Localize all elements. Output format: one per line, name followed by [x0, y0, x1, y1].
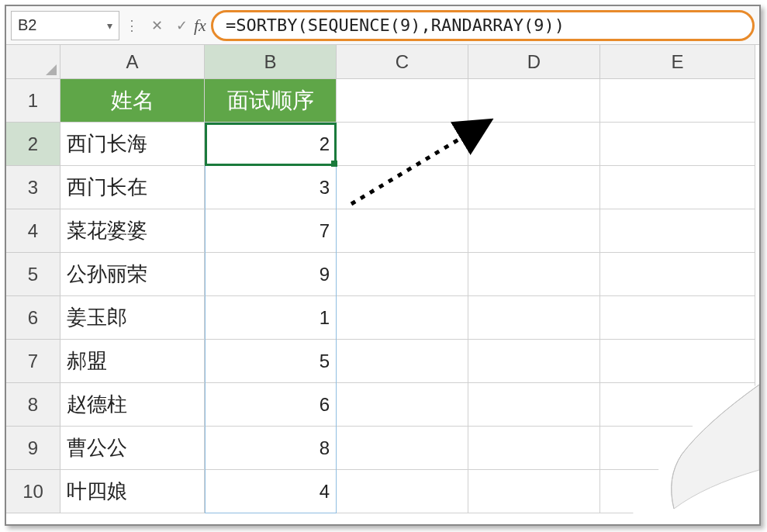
cell[interactable]	[337, 296, 468, 340]
fx-icon[interactable]: fx	[194, 16, 206, 36]
cell[interactable]	[337, 340, 468, 383]
cell[interactable]	[600, 209, 755, 253]
cell-order[interactable]: 4	[205, 470, 337, 513]
enter-icon[interactable]: ✓	[169, 11, 194, 40]
cell[interactable]	[337, 79, 468, 123]
cell[interactable]	[600, 296, 755, 340]
formula-bar: B2 ▾ ⋮ ✕ ✓ fx =SORTBY(SEQUENCE(9),RANDAR…	[6, 6, 759, 45]
cell[interactable]	[337, 427, 468, 470]
col-header-E[interactable]: E	[600, 45, 755, 79]
row-header-3[interactable]: 3	[6, 166, 60, 209]
cell[interactable]	[600, 166, 755, 209]
cell[interactable]	[600, 470, 755, 513]
cell[interactable]	[337, 383, 468, 427]
row-header-6[interactable]: 6	[6, 296, 60, 340]
cell[interactable]	[468, 123, 600, 166]
formula-text: =SORTBY(SEQUENCE(9),RANDARRAY(9))	[226, 16, 565, 35]
cell-name[interactable]: 西门长在	[60, 166, 205, 209]
cell[interactable]	[468, 340, 600, 383]
name-box[interactable]: B2 ▾	[11, 11, 119, 40]
cell[interactable]	[468, 470, 600, 513]
table-row: 西门长海 2	[60, 123, 755, 166]
cell-order[interactable]: 5	[205, 340, 337, 383]
col-header-A[interactable]: A	[60, 45, 205, 79]
column-headers: A B C D E	[60, 45, 755, 79]
row-header-8[interactable]: 8	[6, 383, 60, 427]
cell-name[interactable]: 曹公公	[60, 427, 205, 470]
cell-name[interactable]: 西门长海	[60, 123, 205, 166]
table-row: 公孙丽荣 9	[60, 253, 755, 296]
cell[interactable]	[600, 123, 755, 166]
cell[interactable]	[468, 296, 600, 340]
col-header-B[interactable]: B	[205, 45, 337, 79]
table-row: 姜玉郎 1	[60, 296, 755, 340]
formula-separator-icon: ⋮	[119, 11, 144, 40]
cell[interactable]	[337, 470, 468, 513]
cell-name[interactable]: 姜玉郎	[60, 296, 205, 340]
excel-window: B2 ▾ ⋮ ✕ ✓ fx =SORTBY(SEQUENCE(9),RANDAR…	[5, 5, 761, 526]
cell[interactable]	[468, 209, 600, 253]
col-header-C[interactable]: C	[337, 45, 468, 79]
cell-name[interactable]: 公孙丽荣	[60, 253, 205, 296]
name-box-value: B2	[18, 16, 107, 34]
cell[interactable]	[468, 79, 600, 123]
chevron-down-icon: ▾	[107, 19, 112, 32]
cell-order[interactable]: 6	[205, 383, 337, 427]
cell[interactable]	[468, 427, 600, 470]
row-header-10[interactable]: 10	[6, 470, 60, 513]
table-row: 姓名 面试顺序	[60, 79, 755, 123]
cell[interactable]	[337, 253, 468, 296]
table-row: 菜花婆婆 7	[60, 209, 755, 253]
cell-order[interactable]: 3	[205, 166, 337, 209]
cell-order[interactable]: 2	[205, 123, 337, 166]
cell[interactable]	[337, 123, 468, 166]
cell[interactable]	[600, 253, 755, 296]
cell-order[interactable]: 7	[205, 209, 337, 253]
cancel-icon[interactable]: ✕	[144, 11, 169, 40]
formula-input[interactable]: =SORTBY(SEQUENCE(9),RANDARRAY(9))	[211, 10, 755, 41]
table-header-order[interactable]: 面试顺序	[205, 79, 337, 123]
cell-name[interactable]: 叶四娘	[60, 470, 205, 513]
cell[interactable]	[600, 427, 755, 470]
row-header-5[interactable]: 5	[6, 253, 60, 296]
cell[interactable]	[600, 340, 755, 383]
cell-order[interactable]: 8	[205, 427, 337, 470]
cell-order[interactable]: 9	[205, 253, 337, 296]
cell-name[interactable]: 赵德柱	[60, 383, 205, 427]
row-header-7[interactable]: 7	[6, 340, 60, 383]
row-header-4[interactable]: 4	[6, 209, 60, 253]
table-row: 叶四娘 4	[60, 470, 755, 513]
cell[interactable]	[468, 166, 600, 209]
cell[interactable]	[468, 383, 600, 427]
cells-container: 姓名 面试顺序 西门长海 2 西门长在 3	[60, 79, 755, 513]
table-row: 西门长在 3	[60, 166, 755, 209]
row-headers: 1 2 3 4 5 6 7 8 9 10	[6, 79, 60, 513]
col-header-D[interactable]: D	[468, 45, 600, 79]
table-header-name[interactable]: 姓名	[60, 79, 205, 123]
cell-order[interactable]: 1	[205, 296, 337, 340]
cell[interactable]	[337, 209, 468, 253]
cell[interactable]	[600, 79, 755, 123]
row-header-9[interactable]: 9	[6, 427, 60, 470]
cell[interactable]	[337, 166, 468, 209]
cell[interactable]	[468, 253, 600, 296]
table-row: 赵德柱 6	[60, 383, 755, 427]
select-all-button[interactable]	[6, 45, 60, 79]
row-header-1[interactable]: 1	[6, 79, 60, 123]
cell-name[interactable]: 郝盟	[60, 340, 205, 383]
row-header-2[interactable]: 2	[6, 123, 60, 166]
table-row: 曹公公 8	[60, 427, 755, 470]
cell[interactable]	[600, 383, 755, 427]
table-row: 郝盟 5	[60, 340, 755, 383]
cell-name[interactable]: 菜花婆婆	[60, 209, 205, 253]
